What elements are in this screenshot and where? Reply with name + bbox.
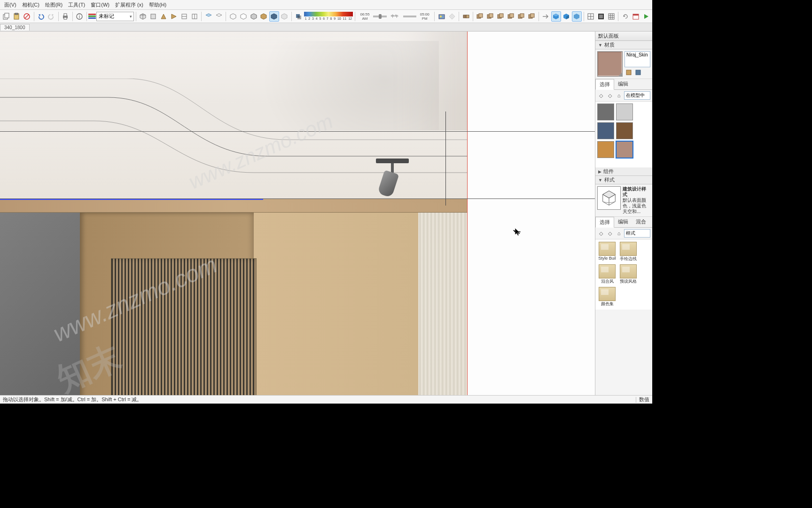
back-icon[interactable]: [179, 11, 189, 22]
menu-camera[interactable]: 相机(C): [19, 0, 42, 9]
nav-fwd-icon[interactable]: ◇: [606, 92, 614, 99]
layer-dropdown[interactable]: 未标记: [96, 12, 134, 21]
style2-icon[interactable]: [214, 11, 224, 22]
redo-icon[interactable]: [47, 11, 56, 22]
svg-rect-21: [466, 15, 469, 18]
svg-rect-38: [599, 15, 603, 18]
svg-rect-29: [510, 14, 514, 17]
calendar-icon[interactable]: [631, 11, 640, 22]
paste-icon[interactable]: [12, 11, 22, 22]
style1-icon[interactable]: [203, 11, 213, 22]
grid2-icon[interactable]: [596, 11, 606, 22]
comp1-icon[interactable]: [461, 11, 471, 22]
grid1-icon[interactable]: [586, 11, 595, 22]
monochrome-icon[interactable]: [269, 11, 279, 22]
xray-icon[interactable]: [280, 11, 289, 22]
render2-icon[interactable]: [447, 11, 457, 22]
materials-header[interactable]: ▼材质: [595, 41, 652, 49]
print-icon[interactable]: [61, 11, 70, 22]
styles-tab-edit[interactable]: 编辑: [614, 217, 632, 227]
material-preview[interactable]: [597, 51, 623, 77]
group5-icon[interactable]: [516, 11, 526, 22]
material-swatch[interactable]: [597, 122, 614, 139]
materials-tab-select[interactable]: 选择: [595, 79, 614, 90]
material-name-input[interactable]: Niraj_Skin: [625, 51, 650, 67]
front-icon[interactable]: [159, 11, 169, 22]
home-icon[interactable]: ⌂: [615, 92, 623, 99]
material-swatch[interactable]: [597, 141, 614, 158]
undo-icon[interactable]: [36, 11, 46, 22]
nav-fwd-icon[interactable]: ◇: [606, 230, 614, 237]
style-item[interactable]: Style Buil: [598, 242, 617, 262]
style-preview[interactable]: [597, 186, 621, 210]
scene-tab[interactable]: 340_1800: [0, 24, 30, 31]
cancel-icon[interactable]: [22, 11, 32, 22]
vray-cube1-icon[interactable]: [551, 11, 561, 22]
create-material-icon[interactable]: [625, 68, 633, 77]
time-slider[interactable]: [373, 16, 386, 17]
top-icon[interactable]: [148, 11, 158, 22]
menu-extensions[interactable]: 扩展程序 (x): [112, 0, 146, 9]
hidden-line-icon[interactable]: [238, 11, 248, 22]
material-library-dropdown[interactable]: 在模型中: [624, 91, 650, 100]
style-item[interactable]: 手绘边线: [619, 242, 638, 262]
svg-rect-41: [633, 14, 639, 16]
render1-icon[interactable]: [437, 11, 446, 22]
menu-window[interactable]: 窗口(W): [88, 0, 112, 9]
home-icon[interactable]: ⌂: [615, 230, 623, 237]
components-header[interactable]: ▶组件: [595, 167, 652, 176]
vray-cube2-icon[interactable]: [562, 11, 571, 22]
grid3-icon[interactable]: [606, 11, 616, 22]
shaded-tex-icon[interactable]: [259, 11, 269, 22]
svg-rect-7: [64, 14, 67, 16]
styles-tab-mix[interactable]: 混合: [632, 217, 650, 227]
nav-back-icon[interactable]: ◇: [597, 92, 605, 99]
menu-view[interactable]: 面(V): [1, 0, 19, 9]
menu-draw[interactable]: 绘图(R): [42, 0, 65, 9]
viewport[interactable]: www.znzmo.com www.znzmo.com 知末: [0, 32, 595, 395]
left-icon[interactable]: [189, 11, 199, 22]
blue-axis: [0, 199, 263, 200]
menu-help[interactable]: 帮助(H): [146, 0, 169, 9]
play-icon[interactable]: [641, 11, 651, 22]
menu-bar: 面(V) 相机(C) 绘图(R) 工具(T) 窗口(W) 扩展程序 (x) 帮助…: [0, 0, 652, 10]
materials-tab-edit[interactable]: 编辑: [614, 79, 632, 89]
shadow-time-slider[interactable]: 123456789101112: [304, 12, 353, 21]
material-swatch[interactable]: [616, 103, 633, 120]
refresh-icon[interactable]: [620, 11, 630, 22]
status-bar: 拖动以选择对象。Shift = 加/减。Ctrl = 加。Shift + Ctr…: [0, 395, 652, 404]
material-swatch[interactable]: [597, 103, 614, 120]
svg-rect-42: [626, 70, 631, 75]
svg-rect-31: [520, 14, 524, 17]
info-icon[interactable]: i: [75, 11, 85, 22]
style-item[interactable]: 预设风格: [619, 264, 638, 285]
group2-icon[interactable]: [485, 11, 495, 22]
default-material-icon[interactable]: [634, 68, 642, 77]
shadow-icon[interactable]: [294, 11, 304, 22]
copy-icon[interactable]: [1, 11, 11, 22]
style-item[interactable]: 混合风: [598, 264, 617, 285]
material-swatch[interactable]: [616, 122, 633, 139]
iso-icon[interactable]: [138, 11, 148, 22]
shaded-icon[interactable]: [249, 11, 258, 22]
menu-tools[interactable]: 工具(T): [65, 0, 88, 9]
main-toolbar: i 未标记 123456789101112 06:55 AM 中午 05:00 …: [0, 10, 652, 23]
styles-tab-select[interactable]: 选择: [595, 217, 614, 228]
style-item[interactable]: 颜色集: [598, 287, 617, 307]
group4-icon[interactable]: [506, 11, 516, 22]
tray-title[interactable]: 默认面板: [595, 32, 652, 41]
date-slider[interactable]: [403, 16, 416, 17]
right-icon[interactable]: [169, 11, 179, 22]
styles-header[interactable]: ▼样式: [595, 176, 652, 184]
nav-back-icon[interactable]: ◇: [597, 230, 605, 237]
group3-icon[interactable]: [496, 11, 506, 22]
svg-rect-18: [439, 15, 445, 19]
group6-icon[interactable]: [527, 11, 537, 22]
svg-text:i: i: [79, 14, 80, 19]
style-library-dropdown[interactable]: 样式: [624, 229, 650, 238]
wireframe-icon[interactable]: [228, 11, 238, 22]
vray-cube3-icon[interactable]: [572, 11, 582, 22]
arrow-icon[interactable]: [541, 11, 551, 22]
material-swatch-selected[interactable]: [616, 141, 633, 158]
group1-icon[interactable]: [475, 11, 485, 22]
